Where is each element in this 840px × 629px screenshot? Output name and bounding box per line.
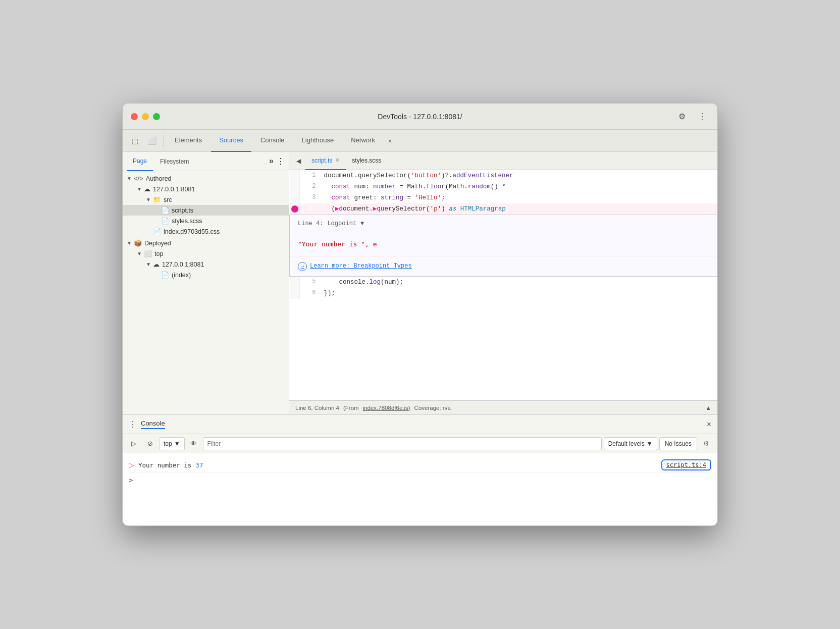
- arrow-host1: ▼: [137, 186, 144, 192]
- breakpoint-dot[interactable]: [291, 205, 298, 213]
- logpoint-type-label: Logpoint: [327, 219, 356, 229]
- console-top-arrow: ▼: [174, 440, 180, 447]
- statusbar-arrow-icon[interactable]: ▲: [706, 405, 711, 411]
- tree-authored[interactable]: ▼ </> Authored: [123, 173, 289, 184]
- devtools-window: DevTools - 127.0.0.1:8081/ ⚙ ⋮ ⬚ ⬜ Eleme…: [122, 103, 718, 526]
- console-prompt-row: >: [129, 473, 711, 487]
- src-label: src: [164, 196, 172, 203]
- deployed-icon: 📦: [134, 239, 142, 247]
- console-levels-selector[interactable]: Default levels ▼: [604, 437, 657, 450]
- console-content: ▷ Your number is 37 script.ts:4 >: [123, 453, 717, 526]
- tab-sources[interactable]: Sources: [211, 130, 251, 152]
- console-play-icon[interactable]: ▷: [127, 437, 141, 450]
- line-num-6: 6: [300, 288, 320, 299]
- logpoint-learn-more-link[interactable]: → Learn more: Breakpoint Types: [298, 261, 709, 271]
- minimize-button[interactable]: [142, 113, 149, 120]
- console-filter-input[interactable]: [203, 437, 602, 450]
- tree-top[interactable]: ▼ ⬜ top: [123, 248, 289, 259]
- statusbar-from-label: (From: [343, 405, 359, 411]
- console-block-icon[interactable]: ⊘: [143, 437, 157, 450]
- logpoint-chevron-icon[interactable]: ▼: [360, 219, 364, 229]
- script-ts-label: script.ts: [172, 207, 193, 214]
- logpoint-input[interactable]: "Your number is ", e: [298, 240, 377, 248]
- line-code-2: const num: number = Math.floor(Math.rand…: [320, 181, 717, 192]
- gutter-3: [290, 192, 300, 203]
- breakpoint-marker: [290, 203, 300, 215]
- learn-more-circle-icon: →: [298, 262, 307, 271]
- code-tab-styles-scss[interactable]: styles.scss: [346, 152, 387, 170]
- logpoint-footer: → Learn more: Breakpoint Types: [290, 256, 717, 276]
- console-log-link[interactable]: script.ts:4: [661, 459, 711, 470]
- gutter-2: [290, 181, 300, 192]
- tree-host1[interactable]: ▼ ☁ 127.0.0.1:8081: [123, 184, 289, 194]
- window-title: DevTools - 127.0.0.1:8081/: [378, 113, 462, 121]
- tab-divider: [163, 135, 164, 147]
- table-row-breakpoint: 4 (▶document.▶querySelector('p') as HTML…: [290, 203, 717, 215]
- tree-host2[interactable]: ▼ ☁ 127.0.0.1:8081: [123, 259, 289, 270]
- logpoint-link-text: Learn more: Breakpoint Types: [310, 261, 412, 271]
- styles-scss-tab-label: styles.scss: [352, 157, 381, 164]
- tree-script-ts[interactable]: ▶ 📄 script.ts: [123, 205, 289, 216]
- code-tabs-bar: ◀ script.ts ✕ styles.scss: [289, 152, 717, 170]
- tree-index[interactable]: ▶ 📄 (index): [123, 270, 289, 280]
- top-box-icon: ⬜: [144, 250, 152, 257]
- logpoint-header: Line 4: Logpoint ▼: [290, 215, 717, 233]
- line-num-1: 1: [300, 170, 320, 181]
- logpoint-popup: Line 4: Logpoint ▼ "Your number is ", e: [290, 215, 717, 277]
- close-button[interactable]: [131, 113, 138, 120]
- cloud-icon: ☁: [144, 185, 150, 193]
- cloud2-icon: ☁: [153, 260, 160, 268]
- index-css-label: index.d9703d55.css: [164, 228, 220, 235]
- arrow-top: ▼: [137, 251, 144, 256]
- code-back-icon[interactable]: ◀: [291, 154, 305, 168]
- settings-icon[interactable]: ⚙: [675, 110, 689, 124]
- statusbar-right: ▲: [706, 405, 711, 411]
- line-num-2: 2: [300, 181, 320, 192]
- code-tab-script-ts[interactable]: script.ts ✕: [305, 152, 346, 170]
- tree-index-css[interactable]: ▶ 📄 index.d9703d55.css: [123, 226, 289, 237]
- logpoint-body: "Your number is ", e: [290, 233, 717, 256]
- line-num-5: 5: [300, 277, 320, 288]
- tree-src[interactable]: ▼ 📁 src: [123, 194, 289, 205]
- line-num-3: 3: [300, 192, 320, 203]
- titlebar: DevTools - 127.0.0.1:8081/ ⚙ ⋮: [123, 103, 717, 130]
- html-icon: </>: [134, 175, 143, 182]
- sidebar-tab-filesystem[interactable]: Filesystem: [154, 152, 195, 171]
- code-content[interactable]: 1 document.querySelector('button')?.addE…: [289, 170, 717, 400]
- device-icon[interactable]: ⬜: [144, 133, 160, 149]
- sidebar-tab-page[interactable]: Page: [127, 152, 153, 171]
- tabs-more-button[interactable]: »: [384, 135, 396, 146]
- console-log-row: ▷ Your number is 37 script.ts:4: [129, 457, 711, 473]
- table-row: 1 document.querySelector('button')?.addE…: [290, 170, 717, 181]
- sidebar-menu-icon[interactable]: ⋮: [277, 156, 285, 166]
- tree-styles-scss[interactable]: ▶ 📄 styles.scss: [123, 216, 289, 226]
- sidebar-more-icon[interactable]: »: [269, 156, 274, 166]
- table-row: 3 const greet: string = 'Hello';: [290, 192, 717, 203]
- console-top-selector[interactable]: top ▼: [159, 437, 185, 450]
- more-icon[interactable]: ⋮: [695, 110, 709, 124]
- statusbar-coverage: Coverage: n/a: [414, 405, 451, 411]
- console-eye-icon[interactable]: 👁: [187, 437, 201, 450]
- line-code-5: console.log(num);: [320, 277, 717, 288]
- tab-lighthouse[interactable]: Lighthouse: [294, 130, 342, 152]
- console-caret: >: [129, 476, 133, 484]
- console-title-label: Console: [141, 420, 165, 429]
- tree-deployed[interactable]: ▼ 📦 Deployed: [123, 238, 289, 248]
- console-settings-icon[interactable]: ⚙: [699, 437, 713, 450]
- tab-network[interactable]: Network: [343, 130, 383, 152]
- console-menu-icon[interactable]: ⋮: [129, 420, 137, 429]
- top-label: top: [154, 250, 163, 257]
- code-table: 1 document.querySelector('button')?.addE…: [289, 170, 717, 299]
- tab-console[interactable]: Console: [252, 130, 293, 152]
- close-script-ts-icon[interactable]: ✕: [335, 157, 340, 164]
- index-file-icon: 📄: [161, 271, 169, 279]
- table-row: 2 const num: number = Math.floor(Math.ra…: [290, 181, 717, 192]
- no-issues-button[interactable]: No Issues: [659, 437, 697, 450]
- folder-icon: 📁: [153, 196, 161, 203]
- console-close-button[interactable]: ×: [707, 420, 711, 429]
- tab-elements[interactable]: Elements: [167, 130, 210, 152]
- maximize-button[interactable]: [153, 113, 160, 120]
- css-file-icon: 📄: [153, 228, 161, 235]
- inspect-icon[interactable]: ⬚: [127, 133, 143, 149]
- window-controls: [131, 113, 160, 120]
